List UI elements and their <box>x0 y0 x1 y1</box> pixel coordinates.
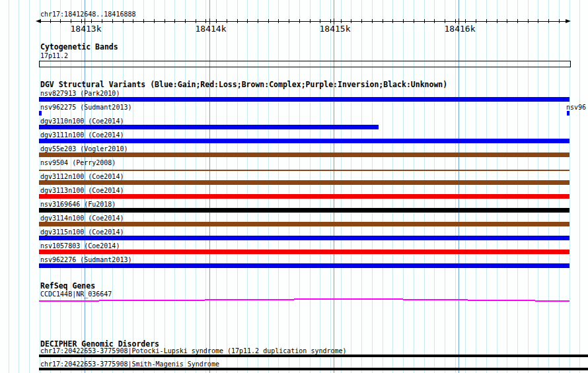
variant-label[interactable]: nsv1057803 (Coe2014) <box>40 242 120 250</box>
gene-line-segment[interactable] <box>99 300 205 301</box>
ruler-minor-tick <box>351 19 351 23</box>
ruler-minor-tick <box>165 19 165 23</box>
grid-line <box>414 0 414 373</box>
ruler-minor-tick <box>330 19 331 23</box>
disorder-label[interactable]: chr17:20422653-3775908|Smith-Magenis Syn… <box>40 360 219 368</box>
grid-line <box>476 0 476 373</box>
variant-bar[interactable] <box>39 236 570 240</box>
grid-line <box>486 0 487 373</box>
variant-label[interactable]: dgv3113n100 (Coe2014) <box>40 187 124 194</box>
ruler-minor-tick <box>123 19 124 23</box>
gene-line-segment[interactable] <box>39 300 99 302</box>
grid-line <box>237 0 238 373</box>
variant-bar[interactable] <box>39 263 570 268</box>
gene-line-segment[interactable] <box>403 299 468 300</box>
variant-label[interactable]: nsv962276 (Sudmant2013) <box>40 256 131 263</box>
variant-label[interactable]: nsv9504 (Perry2008) <box>40 159 116 166</box>
ruler-line <box>41 21 566 22</box>
grid-line <box>320 0 320 373</box>
grid-line <box>143 0 144 373</box>
gene-line-segment[interactable] <box>205 299 294 300</box>
grid-line <box>403 0 404 373</box>
grid-line <box>351 0 351 373</box>
variant-label[interactable]: nsv3169646 (Fu2018) <box>40 201 116 208</box>
variant-bar[interactable] <box>39 125 379 129</box>
variant-label[interactable]: nsv827913 (Park2010) <box>40 90 120 97</box>
ruler-minor-tick <box>341 19 342 23</box>
gene-line-segment[interactable] <box>535 300 570 302</box>
genome-browser-panel[interactable]: chr17:18412648..18416888 Cytogenetic Ban… <box>0 0 588 373</box>
ruler-minor-tick <box>60 19 61 23</box>
variant-bar[interactable] <box>39 222 570 226</box>
grid-line <box>445 0 445 373</box>
variant-label[interactable]: dgv3115n100 (Coe2014) <box>40 228 124 236</box>
ruler-minor-tick <box>361 19 362 23</box>
refseq-section-title: RefSeq Genes <box>40 282 95 290</box>
variant-label[interactable]: dgv3112n100 (Coe2014) <box>40 173 124 180</box>
variant-bar[interactable] <box>39 250 570 254</box>
ruler-minor-tick <box>81 19 82 23</box>
variant-bar[interactable] <box>39 111 42 116</box>
ruler-minor-tick <box>403 19 404 23</box>
variant-label[interactable]: dgv3111n100 (Coe2014) <box>40 131 124 139</box>
variant-label[interactable]: nsv962275 (Sudmant2013) <box>40 104 131 111</box>
ruler-minor-tick <box>185 19 186 23</box>
ruler-minor-tick <box>71 19 71 23</box>
ruler-minor-tick <box>247 19 248 23</box>
grid-line <box>538 0 538 373</box>
grid-line <box>424 0 425 373</box>
variant-bar[interactable] <box>39 139 570 143</box>
grid-line <box>299 0 300 373</box>
refseq-gene-label[interactable]: CCDC144B|NR_036647 <box>40 290 112 298</box>
gene-line-segment[interactable] <box>294 298 403 300</box>
grid-line-major <box>459 0 459 373</box>
grid-line <box>278 0 279 373</box>
ruler-minor-tick <box>507 19 507 23</box>
grid-line <box>165 0 165 373</box>
variant-label[interactable]: dgv3114n100 (Coe2014) <box>40 215 124 222</box>
ruler-minor-tick <box>205 19 206 23</box>
variant-label[interactable]: dgv3110n100 (Coe2014) <box>40 118 124 125</box>
ruler-tick-label: 18413k <box>69 24 102 33</box>
ruler-minor-tick <box>268 19 269 23</box>
ruler-tick-label: 18415k <box>318 24 351 33</box>
grid-line <box>174 0 175 373</box>
grid-line <box>258 0 258 373</box>
gene-line-segment[interactable] <box>468 300 535 301</box>
grid-line <box>361 0 362 373</box>
grid-line <box>372 0 373 373</box>
ruler-minor-tick <box>50 19 51 23</box>
grid-line <box>154 0 155 373</box>
ruler-minor-tick <box>258 19 258 23</box>
variant-bar[interactable] <box>39 194 570 199</box>
variant-bar[interactable] <box>39 97 570 102</box>
grid-line-major <box>334 0 334 373</box>
variant-bar[interactable] <box>39 180 570 185</box>
ruler-minor-tick <box>154 19 155 23</box>
grid-line <box>330 0 331 373</box>
cytogenetic-band[interactable] <box>39 61 571 67</box>
ruler-minor-tick <box>133 19 133 23</box>
variant-bar[interactable] <box>567 111 570 116</box>
variant-label[interactable]: dgv55e203 (Vogler2010) <box>40 145 128 153</box>
disorder-bar[interactable] <box>39 368 588 370</box>
grid-line <box>133 0 133 373</box>
ruler-minor-tick <box>455 19 456 23</box>
variant-bar[interactable] <box>39 170 570 171</box>
dgv-section-title: DGV Structural Variants (Blue:Gain;Red:L… <box>40 81 447 88</box>
ruler-minor-tick <box>517 19 518 23</box>
cytogenetic-section-title: Cytogenetic Bands <box>40 43 118 51</box>
ruler-minor-tick <box>445 19 445 23</box>
ruler-minor-tick <box>392 19 393 23</box>
grid-line <box>455 0 456 373</box>
disorder-bar[interactable] <box>39 355 588 357</box>
variant-label[interactable]: nsv96 <box>566 104 586 111</box>
grid-line <box>341 0 342 373</box>
variant-bar[interactable] <box>39 208 570 213</box>
grid-line <box>216 0 217 373</box>
grid-line <box>227 0 227 373</box>
variant-bar[interactable] <box>39 153 570 157</box>
disorder-label[interactable]: chr17:20422653-3775908|Potocki-Lupski sy… <box>40 347 347 355</box>
grid-line <box>205 0 206 373</box>
grid-line <box>392 0 393 373</box>
